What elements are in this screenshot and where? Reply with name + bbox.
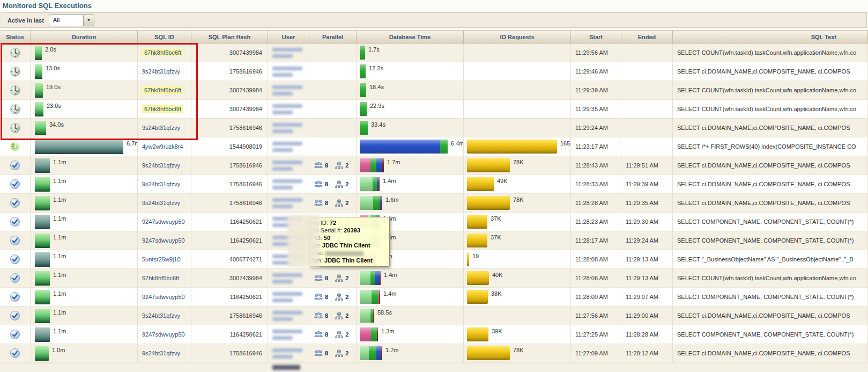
sql-id-link[interactable]: 9s24bt31qfzvy [142,68,180,75]
sql-id-cell: 67hk8hf5bc6ft [138,100,191,119]
sql-id-link[interactable]: 67hk8hf5bc6ft [142,275,179,281]
column-header-parallel[interactable]: Parallel [309,31,357,43]
sql-id-link[interactable]: 9s24bt31qfzvy [142,181,180,187]
io-requests-bar [467,290,488,304]
chevron-down-icon[interactable]: ▼ [83,15,94,26]
status-completed-check-icon [10,160,20,171]
db-time-segment-application [373,309,374,323]
column-header-duration[interactable]: Duration [31,31,138,43]
database-time-value: 12.2s [369,65,383,71]
sql-id-link[interactable]: 67hk8hf5bc6ft [142,49,183,56]
table-row[interactable]: 23.0s67hk8hf5bc6ft300743998422.9s11:29:3… [0,100,868,119]
sql-text-cell: SELECT "_BusinessObjectName" AS "_Busine… [673,250,868,269]
active-in-last-dropdown[interactable]: All ▼ [49,14,94,26]
tooltip-label: ram: [311,257,324,264]
column-header-start[interactable]: Start [571,31,621,43]
column-header-sql-id[interactable]: SQL ID [138,31,191,43]
table-row[interactable]: 1.1m9247sdwvuyp501164250621821.4m38K11:2… [0,288,868,307]
sql-id-link[interactable]: 9s24bt31qfzvy [142,200,180,206]
parallel-processes-icon [314,293,323,301]
table-row[interactable]: 1.1m9247sdwvuyp501164250621821.4m37K11:2… [0,231,868,250]
table-row[interactable]: 1.1m9247sdwvuyp501164250621821.4m37K11:2… [0,213,868,231]
database-time-cell: 1.7s [357,43,464,62]
duration-cell: 19.0s [31,81,138,100]
database-time-cell: 1.7m [357,156,464,175]
table-row[interactable]: 1.1m9s24bt31qfzvy1758616946821.4m49K11:2… [0,175,868,194]
database-time-value: 1.3m [381,328,394,334]
column-header-ended[interactable]: Ended [621,31,673,43]
blurred-user-text [272,355,293,359]
column-header-io-requests[interactable]: IO Requests [464,31,571,43]
ended-time-cell: 11:29:30 AM [621,213,673,231]
tooltip-value: 50 [324,235,330,241]
status-queued-clock-icon [10,85,21,96]
sql-text-cell: SELECT ci.DOMAIN_NAME,ci.COMPOSITE_NAME,… [673,119,868,137]
database-time-value: 6.4m [451,140,464,147]
db-time-segment-cpu [360,102,367,116]
sql-id-link[interactable]: 9s24bt31qfzvy [142,162,180,169]
user-cell [268,119,309,137]
tooltip-value: 20393 [344,227,360,234]
duration-value: 23.0s [47,103,61,109]
parallel-instances-icon [335,162,344,170]
parallel-processes-icon [314,312,323,320]
blurred-user-text [272,365,300,370]
column-header-sql-plan-hash[interactable]: SQL Plan Hash [191,31,268,43]
user-cell [268,175,309,194]
sql-id-link[interactable]: 9247sdwvuyp50 [142,331,185,338]
table-row[interactable]: 6.7m4yw2w9ruzk8r415449080196.4m165K11:23… [0,137,868,156]
table-row[interactable]: 1.1m9247sdwvuyp501164250621821.3m39K11:2… [0,325,868,344]
user-cell [268,307,309,325]
table-row[interactable]: 1.0m9s24bt31qfzvy1758616946821.7m78K11:2… [0,344,868,363]
sql-id-link[interactable]: 5untsr25w9j10 [142,256,181,262]
sql-plan-hash-cell: 1758616946 [191,344,268,363]
sql-id-link[interactable]: 9s24bt31qfzvy [142,312,180,319]
database-time-value: 1.4m [383,178,396,184]
table-row[interactable]: 19.0s67hk8hf5bc6ft300743998418.4s11:29:3… [0,81,868,100]
duration-value: 1.1m [53,234,66,240]
table-row[interactable]: 1.1m9s24bt31qfzvy1758616946821.6m78K11:2… [0,194,868,213]
io-requests-cell: 38K [464,288,571,307]
io-requests-cell: 19 [464,250,571,269]
parallel-instances-count: 2 [345,162,348,169]
table-row[interactable]: 2.0s67hk8hf5bc6ft30074399841.7s11:29:56 … [0,43,868,62]
table-row[interactable]: 1.1m67hk8hf5bc6ft3007439984821.4m40K11:2… [0,269,868,288]
sql-plan-hash-cell: 1758616946 [191,156,268,175]
column-header-status[interactable]: Status [0,31,31,43]
status-cell [0,231,31,250]
status-cell [0,288,31,307]
sql-id-link[interactable]: 9247sdwvuyp50 [142,218,185,225]
parallel-instances-icon [335,349,344,358]
column-header-database-time[interactable]: Database Time [357,31,464,43]
parallel-instances-count: 2 [345,331,348,338]
sql-id-link[interactable]: 9247sdwvuyp50 [142,237,185,244]
user-cell [268,231,309,250]
sql-id-cell: 9s24bt31qfzvy [138,62,191,81]
ended-time-cell: 11:29:13 AM [621,269,673,288]
sql-id-link[interactable]: 9s24bt31qfzvy [142,125,180,131]
parallel-instances-icon [335,199,344,207]
blurred-user-text [272,92,293,96]
start-time-cell: 11:27:56 AM [571,307,621,325]
table-row[interactable]: 13.0s9s24bt31qfzvy175861694612.2s11:29:4… [0,62,868,81]
column-header-sql-text[interactable]: SQL Text [673,31,868,43]
sql-id-link[interactable]: 9s24bt31qfzvy [142,350,180,356]
table-row[interactable]: 1.1m9s24bt31qfzvy17586169468258.5s11:27:… [0,307,868,325]
column-header-user[interactable]: User [268,31,309,43]
ended-time-cell: 11:29:07 AM [621,288,673,307]
sql-id-link[interactable]: 67hk8hf5bc6ft [142,105,183,113]
duration-cell: 13.0s [31,62,138,81]
sql-id-link[interactable]: 4yw2w9ruzk8r4 [142,143,183,150]
table-row[interactable]: 1.1m5untsr25w9j104006774271821.1m1911:28… [0,250,868,269]
blurred-user-text [272,261,293,265]
sql-id-link[interactable]: 9247sdwvuyp50 [142,294,185,300]
database-time-bar [360,327,378,341]
table-row[interactable]: 34.0s9s24bt31qfzvy175861694633.4s11:29:2… [0,119,868,137]
duration-bar [35,309,50,323]
sql-id-link[interactable]: 67hk8hf5bc6ft [142,86,183,94]
table-row[interactable]: 1.1m9s24bt31qfzvy1758616946821.7m78K11:2… [0,156,868,175]
database-time-value: 1.4m [384,272,397,278]
io-requests-cell: 78K [464,194,571,213]
duration-value: 13.0s [46,65,60,71]
parallel-instances-count: 2 [345,294,348,300]
